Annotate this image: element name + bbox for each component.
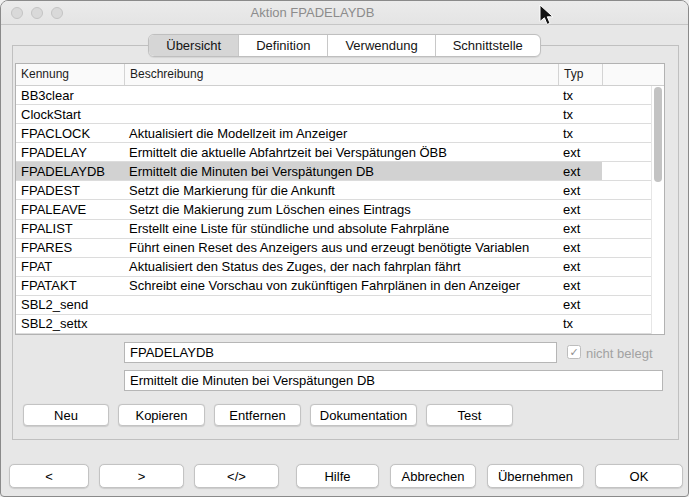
cell-beschreibung: Aktualisiert die Modellzeit im Anzeiger: [124, 124, 558, 142]
kopieren-button[interactable]: Kopieren: [118, 404, 205, 426]
table-row[interactable]: FPALISTErstellt eine Liste für stündlich…: [16, 220, 651, 239]
vertical-scrollbar-thumb[interactable]: [654, 87, 662, 182]
table-header: Kennung Beschreibung Typ: [16, 64, 664, 86]
tab-schnittstelle[interactable]: Schnittstelle: [435, 35, 540, 56]
title-bar: Aktion FPADELAYDB: [1, 1, 688, 25]
tab-bar: ÜbersichtDefinitionVerwendungSchnittstel…: [1, 34, 688, 57]
table-body: BB3cleartxClockStarttxFPACLOCKAktualisie…: [16, 86, 664, 334]
cell-beschreibung: Setzt die Markierung für die Ankunft: [124, 181, 558, 199]
column-header-beschreibung[interactable]: Beschreibung: [124, 64, 558, 85]
tab-verwendung[interactable]: Verwendung: [327, 35, 434, 56]
table-rows: BB3cleartxClockStarttxFPACLOCKAktualisie…: [16, 86, 651, 334]
cell-typ: ext: [558, 143, 602, 161]
cell-beschreibung: Aktualisiert den Status des Zuges, der n…: [124, 258, 558, 276]
table-row[interactable]: FPADESTSetzt die Markierung für die Anku…: [16, 181, 651, 200]
cell-filler: [602, 143, 651, 161]
cell-typ: ext: [558, 277, 602, 295]
table-row[interactable]: SBL2_settxtx: [16, 315, 651, 334]
action-table: Kennung Beschreibung Typ BB3cleartxClock…: [15, 63, 665, 335]
cell-beschreibung: [124, 86, 558, 104]
column-header-typ[interactable]: Typ: [558, 64, 602, 85]
ok-button[interactable]: OK: [595, 464, 683, 488]
cell-filler: [602, 220, 651, 238]
table-row[interactable]: FPATAktualisiert den Status des Zuges, d…: [16, 258, 651, 277]
cell-kennung: SBL2_send: [16, 296, 124, 314]
column-header-filler: [602, 64, 664, 85]
entfernen-button[interactable]: Entfernen: [214, 404, 301, 426]
cell-beschreibung: Schreibt eine Vorschau von zukünftigen F…: [124, 277, 558, 295]
cell-filler: [602, 181, 651, 199]
cell-typ: ext: [558, 181, 602, 199]
cell-kennung: FPAT: [16, 258, 124, 276]
table-row[interactable]: ClockStarttx: [16, 105, 651, 124]
dokumentation-button[interactable]: Dokumentation: [310, 404, 417, 426]
table-row[interactable]: FPALEAVESetzt die Makierung zum Löschen …: [16, 200, 651, 219]
table-row[interactable]: FPATAKTSchreibt eine Vorschau von zukünf…: [16, 277, 651, 296]
cell-typ: tx: [558, 315, 602, 333]
cell-kennung: ClockStart: [16, 105, 124, 123]
cell-filler: [602, 239, 651, 257]
bottom-button-row: <></>HilfeAbbrechenÜbernehmenOK: [9, 464, 683, 488]
cell-typ: tx: [558, 86, 602, 104]
cell-filler: [602, 258, 651, 276]
cell-filler: [602, 86, 651, 104]
cell-kennung: FPARES: [16, 239, 124, 257]
cell-beschreibung: [124, 315, 558, 333]
cell-typ: ext: [558, 220, 602, 238]
nicht-belegt-checkbox[interactable]: ✓: [567, 345, 581, 359]
table-row[interactable]: SBL2_sendext: [16, 296, 651, 315]
column-header-kennung[interactable]: Kennung: [16, 64, 124, 85]
neu-button[interactable]: Neu: [23, 404, 109, 426]
cell-kennung: FPADELAYDB: [16, 162, 124, 180]
tab-control: ÜbersichtDefinitionVerwendungSchnittstel…: [148, 34, 541, 57]
cell-typ: ext: [558, 200, 602, 218]
cell-kennung: FPALIST: [16, 220, 124, 238]
vertical-scrollbar[interactable]: [651, 86, 664, 334]
next-button[interactable]: >: [99, 464, 184, 488]
kennung-input[interactable]: [124, 342, 557, 363]
table-row[interactable]: FPADELAYErmittelt die aktuelle Abfahrtze…: [16, 143, 651, 162]
prev-button[interactable]: <: [9, 464, 89, 488]
cell-typ: ext: [558, 239, 602, 257]
cell-typ: tx: [558, 124, 602, 142]
cell-typ: tx: [558, 105, 602, 123]
tab-definition[interactable]: Definition: [238, 35, 327, 56]
table-row[interactable]: FPARESFührt einen Reset des Anzeigers au…: [16, 239, 651, 258]
window-title: Aktion FPADELAYDB: [1, 1, 624, 24]
test-button[interactable]: Test: [426, 404, 513, 426]
cell-kennung: FPATAKT: [16, 277, 124, 295]
cell-beschreibung: Führt einen Reset des Anzeigers aus und …: [124, 239, 558, 257]
cell-beschreibung: [124, 105, 558, 123]
abbrechen-button[interactable]: Abbrechen: [390, 464, 476, 488]
cell-typ: ext: [558, 162, 602, 180]
table-row[interactable]: BB3cleartx: [16, 86, 651, 105]
cell-beschreibung: [124, 296, 558, 314]
cell-typ: ext: [558, 296, 602, 314]
uebernehmen-button[interactable]: Übernehmen: [487, 464, 584, 488]
cell-beschreibung: Erstellt eine Liste für stündliche und a…: [124, 220, 558, 238]
cell-kennung: BB3clear: [16, 86, 124, 104]
cell-kennung: FPALEAVE: [16, 200, 124, 218]
table-row[interactable]: FPACLOCKAktualisiert die Modellzeit im A…: [16, 124, 651, 143]
cell-beschreibung: Ermittelt die Minuten bei Verspätungen D…: [124, 162, 558, 180]
cell-filler: [602, 296, 651, 314]
cell-beschreibung: Ermittelt die aktuelle Abfahrtzeit bei V…: [124, 143, 558, 161]
action-button-row: NeuKopierenEntfernenDokumentationTest: [23, 404, 513, 426]
cell-kennung: FPACLOCK: [16, 124, 124, 142]
dialog-window: Aktion FPADELAYDB ÜbersichtDefinitionVer…: [0, 0, 689, 497]
cell-filler: [602, 105, 651, 123]
cell-beschreibung: Setzt die Makierung zum Löschen eines Ei…: [124, 200, 558, 218]
hilfe-button[interactable]: Hilfe: [296, 464, 379, 488]
nicht-belegt-label: nicht belegt: [586, 346, 653, 361]
tab-uebersicht[interactable]: Übersicht: [149, 35, 238, 56]
cell-filler: [602, 124, 651, 142]
cell-kennung: FPADELAY: [16, 143, 124, 161]
cell-typ: ext: [558, 258, 602, 276]
cell-filler: [602, 200, 651, 218]
table-row[interactable]: FPADELAYDBErmittelt die Minuten bei Vers…: [16, 162, 651, 181]
cell-filler: [602, 277, 651, 295]
cell-filler: [602, 315, 651, 333]
cell-filler: [602, 162, 651, 180]
code-button[interactable]: </>: [194, 464, 279, 488]
beschreibung-input[interactable]: [124, 370, 663, 391]
